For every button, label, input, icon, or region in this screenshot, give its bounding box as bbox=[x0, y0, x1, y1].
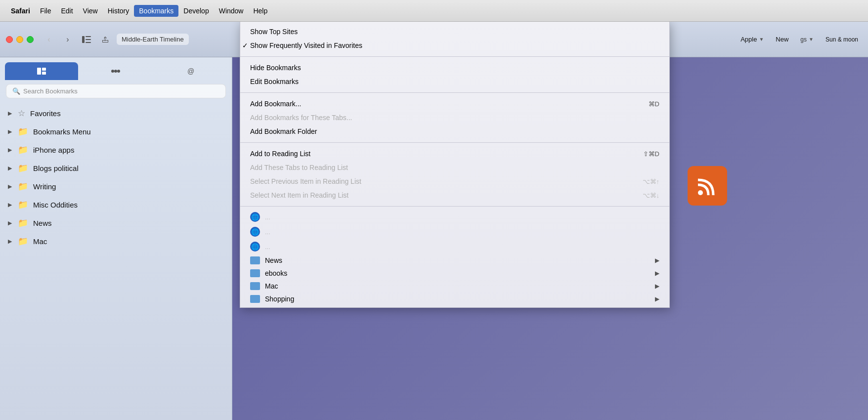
menu-select-previous-item: Select Previous Item in Reading List ⌥⌘↑ bbox=[240, 174, 669, 188]
menubar-view[interactable]: View bbox=[78, 5, 103, 17]
menu-divider-1 bbox=[240, 56, 669, 57]
menu-folder-shopping[interactable]: Shopping ▶ bbox=[240, 293, 669, 305]
globe-icon: 🌐 bbox=[250, 227, 260, 237]
menu-divider-2 bbox=[240, 92, 669, 93]
folder-item-label: News bbox=[265, 256, 282, 264]
menubar-window[interactable]: Window bbox=[214, 5, 249, 17]
menu-add-tabs-to-reading-list: Add These Tabs to Reading List bbox=[240, 161, 669, 174]
menu-divider-3 bbox=[240, 142, 669, 143]
menu-item-label: Hide Bookmarks bbox=[250, 64, 301, 72]
checkmark-icon: ✓ bbox=[242, 42, 248, 49]
menu-show-frequently-visited[interactable]: ✓ Show Frequently Visited in Favorites bbox=[240, 39, 669, 52]
menu-add-bookmarks-for-tabs: Add Bookmarks for These Tabs... bbox=[240, 111, 669, 125]
menu-item-label: Show Top Sites bbox=[250, 28, 298, 36]
submenu-arrow-icon: ▶ bbox=[655, 295, 659, 302]
globe-icon: 🌐 bbox=[250, 212, 260, 222]
menu-folder-mac[interactable]: Mac ▶ bbox=[240, 280, 669, 293]
menu-item-label: Add Bookmarks for These Tabs... bbox=[250, 114, 352, 122]
menu-section-2: Hide Bookmarks Edit Bookmarks bbox=[240, 58, 669, 91]
menubar-edit[interactable]: Edit bbox=[56, 5, 78, 17]
menubar-help[interactable]: Help bbox=[248, 5, 272, 17]
menu-add-bookmark[interactable]: Add Bookmark... ⌘D bbox=[240, 97, 669, 111]
menu-section-3: Add Bookmark... ⌘D Add Bookmarks for The… bbox=[240, 94, 669, 141]
menu-item-label: Add Bookmark Folder bbox=[250, 127, 317, 135]
menu-globe-item-1[interactable]: 🌐 ... bbox=[240, 210, 669, 224]
menu-globe-item-3[interactable]: 🌐 ... bbox=[240, 239, 669, 254]
menubar-develop[interactable]: Develop bbox=[178, 5, 214, 17]
shortcut-label: ⇧⌘D bbox=[643, 150, 659, 158]
menu-item-label: Add to Reading List bbox=[250, 150, 310, 158]
shortcut-label: ⌥⌘↑ bbox=[643, 178, 660, 185]
menu-globe-item-2[interactable]: 🌐 ... bbox=[240, 224, 669, 239]
menu-item-label: Show Frequently Visited in Favorites bbox=[250, 42, 362, 49]
menubar-safari[interactable]: Safari bbox=[6, 5, 35, 17]
menu-hide-bookmarks[interactable]: Hide Bookmarks bbox=[240, 61, 669, 75]
menubar-history[interactable]: History bbox=[103, 5, 134, 17]
submenu-arrow-icon: ▶ bbox=[655, 270, 659, 277]
shortcut-label: ⌘D bbox=[649, 100, 659, 108]
globe-icon: 🌐 bbox=[250, 242, 260, 252]
menu-select-next-item: Select Next Item in Reading List ⌥⌘↓ bbox=[240, 188, 669, 202]
menubar: Safari File Edit View History Bookmarks … bbox=[0, 0, 868, 22]
submenu-arrow-icon: ▶ bbox=[655, 257, 659, 264]
menu-section-4: Add to Reading List ⇧⌘D Add These Tabs t… bbox=[240, 144, 669, 205]
folder-icon bbox=[250, 269, 260, 277]
folder-item-label: Mac bbox=[265, 282, 278, 290]
menubar-bookmarks[interactable]: Bookmarks bbox=[134, 5, 178, 17]
folder-icon bbox=[250, 282, 260, 290]
dropdown-overlay[interactable]: Show Top Sites ✓ Show Frequently Visited… bbox=[0, 22, 868, 420]
folder-icon bbox=[250, 256, 260, 264]
menu-show-top-sites[interactable]: Show Top Sites bbox=[240, 25, 669, 39]
menu-folder-news[interactable]: News ▶ bbox=[240, 254, 669, 267]
menu-item-label: Edit Bookmarks bbox=[250, 78, 299, 85]
menu-edit-bookmarks[interactable]: Edit Bookmarks bbox=[240, 75, 669, 88]
menu-item-label: Select Previous Item in Reading List bbox=[250, 177, 361, 185]
folder-item-label: Shopping bbox=[265, 295, 294, 303]
submenu-arrow-icon: ▶ bbox=[655, 283, 659, 290]
menu-add-bookmark-folder[interactable]: Add Bookmark Folder bbox=[240, 125, 669, 138]
globe-item-label: ... bbox=[265, 228, 270, 236]
menu-item-label: Add These Tabs to Reading List bbox=[250, 164, 348, 171]
menu-add-to-reading-list[interactable]: Add to Reading List ⇧⌘D bbox=[240, 147, 669, 161]
menu-section-1: Show Top Sites ✓ Show Frequently Visited… bbox=[240, 22, 669, 55]
menu-folder-ebooks[interactable]: ebooks ▶ bbox=[240, 267, 669, 280]
folder-icon bbox=[250, 295, 260, 303]
menu-item-label: Select Next Item in Reading List bbox=[250, 191, 348, 199]
menubar-file[interactable]: File bbox=[35, 5, 56, 17]
menu-item-label: Add Bookmark... bbox=[250, 100, 302, 108]
globe-item-label: ... bbox=[265, 213, 270, 221]
globe-item-label: ... bbox=[265, 243, 270, 251]
shortcut-label: ⌥⌘↓ bbox=[643, 192, 660, 199]
bookmarks-menu: Show Top Sites ✓ Show Frequently Visited… bbox=[240, 22, 670, 308]
menu-folder-section: 🌐 ... 🌐 ... 🌐 ... News ▶ ebooks ▶ bbox=[240, 208, 669, 307]
menu-divider-4 bbox=[240, 206, 669, 207]
folder-item-label: ebooks bbox=[265, 269, 287, 277]
